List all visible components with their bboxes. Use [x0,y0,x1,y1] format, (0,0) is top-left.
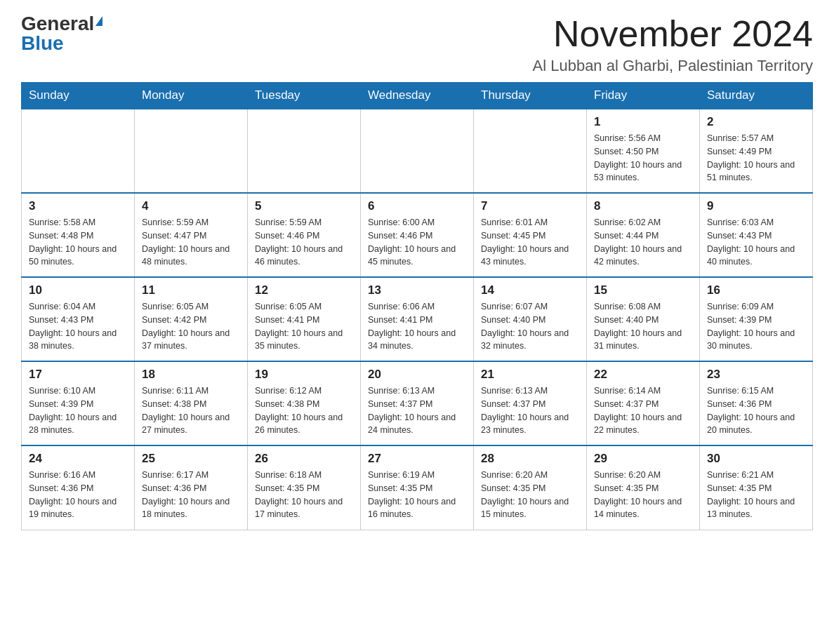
day-info: Sunrise: 5:58 AMSunset: 4:48 PMDaylight:… [29,216,127,269]
calendar-cell: 12Sunrise: 6:05 AMSunset: 4:41 PMDayligh… [248,277,361,361]
day-info: Sunrise: 6:21 AMSunset: 4:35 PMDaylight:… [707,469,805,521]
day-info: Sunrise: 5:59 AMSunset: 4:47 PMDaylight:… [142,216,240,269]
calendar-cell: 16Sunrise: 6:09 AMSunset: 4:39 PMDayligh… [700,277,813,361]
day-number: 29 [594,452,692,466]
calendar-cell [248,109,361,193]
day-number: 9 [707,199,805,213]
month-title: November 2024 [533,14,813,54]
day-number: 3 [29,199,127,213]
logo-blue-text: Blue [21,34,64,53]
week-row-3: 10Sunrise: 6:04 AMSunset: 4:43 PMDayligh… [22,277,813,361]
day-info: Sunrise: 6:01 AMSunset: 4:45 PMDaylight:… [481,216,579,269]
day-number: 27 [368,452,466,466]
day-number: 8 [594,199,692,213]
day-number: 28 [481,452,579,466]
calendar-table: SundayMondayTuesdayWednesdayThursdayFrid… [21,82,813,530]
week-row-1: 1Sunrise: 5:56 AMSunset: 4:50 PMDaylight… [22,109,813,193]
day-number: 14 [481,283,579,297]
calendar-cell [361,109,474,193]
week-row-2: 3Sunrise: 5:58 AMSunset: 4:48 PMDaylight… [22,193,813,277]
day-number: 11 [142,283,240,297]
day-info: Sunrise: 6:14 AMSunset: 4:37 PMDaylight:… [594,384,692,437]
calendar-cell: 21Sunrise: 6:13 AMSunset: 4:37 PMDayligh… [474,361,587,445]
week-row-4: 17Sunrise: 6:10 AMSunset: 4:39 PMDayligh… [22,361,813,445]
day-number: 21 [481,368,579,382]
day-number: 10 [29,283,127,297]
col-header-saturday: Saturday [700,83,813,109]
logo-general-text: General [21,14,94,34]
day-info: Sunrise: 5:59 AMSunset: 4:46 PMDaylight:… [255,216,353,269]
day-info: Sunrise: 6:13 AMSunset: 4:37 PMDaylight:… [481,384,579,437]
day-info: Sunrise: 6:07 AMSunset: 4:40 PMDaylight:… [481,300,579,353]
title-area: November 2024 Al Lubban al Gharbi, Pales… [533,14,813,75]
day-number: 12 [255,283,353,297]
day-info: Sunrise: 6:00 AMSunset: 4:46 PMDaylight:… [368,216,466,269]
calendar-cell: 22Sunrise: 6:14 AMSunset: 4:37 PMDayligh… [587,361,700,445]
day-info: Sunrise: 6:05 AMSunset: 4:42 PMDaylight:… [142,300,240,353]
calendar-cell: 1Sunrise: 5:56 AMSunset: 4:50 PMDaylight… [587,109,700,193]
col-header-sunday: Sunday [22,83,135,109]
day-number: 4 [142,199,240,213]
day-number: 25 [142,452,240,466]
logo-triangle-icon [95,16,102,26]
calendar-cell: 25Sunrise: 6:17 AMSunset: 4:36 PMDayligh… [135,445,248,530]
day-info: Sunrise: 6:20 AMSunset: 4:35 PMDaylight:… [594,469,692,521]
day-number: 20 [368,368,466,382]
calendar-cell: 20Sunrise: 6:13 AMSunset: 4:37 PMDayligh… [361,361,474,445]
day-number: 19 [255,368,353,382]
header: General Blue November 2024 Al Lubban al … [21,14,813,75]
day-number: 30 [707,452,805,466]
day-number: 22 [594,368,692,382]
calendar-cell: 2Sunrise: 5:57 AMSunset: 4:49 PMDaylight… [700,109,813,193]
day-number: 16 [707,283,805,297]
col-header-monday: Monday [135,83,248,109]
day-info: Sunrise: 6:16 AMSunset: 4:36 PMDaylight:… [29,469,127,521]
calendar-cell: 19Sunrise: 6:12 AMSunset: 4:38 PMDayligh… [248,361,361,445]
calendar-cell [474,109,587,193]
day-info: Sunrise: 6:17 AMSunset: 4:36 PMDaylight:… [142,469,240,521]
calendar-cell: 24Sunrise: 6:16 AMSunset: 4:36 PMDayligh… [22,445,135,530]
day-number: 15 [594,283,692,297]
day-info: Sunrise: 6:05 AMSunset: 4:41 PMDaylight:… [255,300,353,353]
day-number: 17 [29,368,127,382]
calendar-cell: 27Sunrise: 6:19 AMSunset: 4:35 PMDayligh… [361,445,474,530]
calendar-cell: 7Sunrise: 6:01 AMSunset: 4:45 PMDaylight… [474,193,587,277]
calendar-cell: 23Sunrise: 6:15 AMSunset: 4:36 PMDayligh… [700,361,813,445]
day-info: Sunrise: 6:19 AMSunset: 4:35 PMDaylight:… [368,469,466,521]
calendar-cell: 14Sunrise: 6:07 AMSunset: 4:40 PMDayligh… [474,277,587,361]
day-info: Sunrise: 6:18 AMSunset: 4:35 PMDaylight:… [255,469,353,521]
day-info: Sunrise: 6:15 AMSunset: 4:36 PMDaylight:… [707,384,805,437]
calendar-cell: 18Sunrise: 6:11 AMSunset: 4:38 PMDayligh… [135,361,248,445]
calendar-cell [135,109,248,193]
week-row-5: 24Sunrise: 6:16 AMSunset: 4:36 PMDayligh… [22,445,813,530]
calendar-cell: 8Sunrise: 6:02 AMSunset: 4:44 PMDaylight… [587,193,700,277]
day-info: Sunrise: 6:11 AMSunset: 4:38 PMDaylight:… [142,384,240,437]
calendar-cell: 15Sunrise: 6:08 AMSunset: 4:40 PMDayligh… [587,277,700,361]
day-number: 6 [368,199,466,213]
logo: General Blue [21,14,102,53]
calendar-cell: 11Sunrise: 6:05 AMSunset: 4:42 PMDayligh… [135,277,248,361]
day-info: Sunrise: 6:03 AMSunset: 4:43 PMDaylight:… [707,216,805,269]
calendar-cell [22,109,135,193]
calendar-cell: 4Sunrise: 5:59 AMSunset: 4:47 PMDaylight… [135,193,248,277]
day-info: Sunrise: 6:04 AMSunset: 4:43 PMDaylight:… [29,300,127,353]
calendar-cell: 5Sunrise: 5:59 AMSunset: 4:46 PMDaylight… [248,193,361,277]
calendar-cell: 26Sunrise: 6:18 AMSunset: 4:35 PMDayligh… [248,445,361,530]
calendar-cell: 3Sunrise: 5:58 AMSunset: 4:48 PMDaylight… [22,193,135,277]
location-subtitle: Al Lubban al Gharbi, Palestinian Territo… [533,57,813,75]
day-number: 5 [255,199,353,213]
day-info: Sunrise: 6:13 AMSunset: 4:37 PMDaylight:… [368,384,466,437]
day-info: Sunrise: 6:10 AMSunset: 4:39 PMDaylight:… [29,384,127,437]
calendar-cell: 13Sunrise: 6:06 AMSunset: 4:41 PMDayligh… [361,277,474,361]
day-info: Sunrise: 6:09 AMSunset: 4:39 PMDaylight:… [707,300,805,353]
calendar-cell: 10Sunrise: 6:04 AMSunset: 4:43 PMDayligh… [22,277,135,361]
calendar-cell: 9Sunrise: 6:03 AMSunset: 4:43 PMDaylight… [700,193,813,277]
day-info: Sunrise: 5:57 AMSunset: 4:49 PMDaylight:… [707,132,805,185]
day-info: Sunrise: 6:06 AMSunset: 4:41 PMDaylight:… [368,300,466,353]
calendar-cell: 17Sunrise: 6:10 AMSunset: 4:39 PMDayligh… [22,361,135,445]
day-info: Sunrise: 6:02 AMSunset: 4:44 PMDaylight:… [594,216,692,269]
day-info: Sunrise: 6:08 AMSunset: 4:40 PMDaylight:… [594,300,692,353]
day-number: 2 [707,115,805,129]
calendar-cell: 28Sunrise: 6:20 AMSunset: 4:35 PMDayligh… [474,445,587,530]
day-number: 23 [707,368,805,382]
